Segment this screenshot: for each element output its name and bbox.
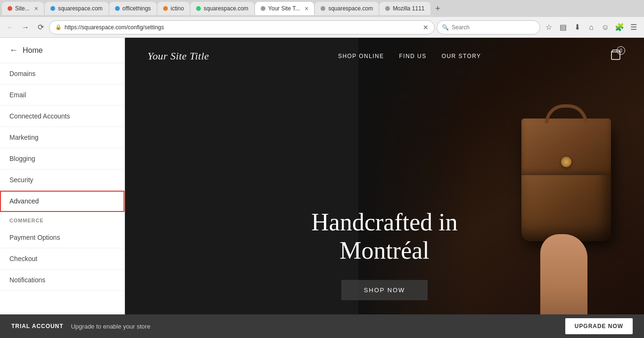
tab-label-6: Your Site T... <box>268 5 300 12</box>
tab-favicon-6 <box>261 6 265 11</box>
hero-content: Handcrafted in Montréal SHOP NOW <box>290 208 479 300</box>
extensions-icon[interactable]: 🧩 <box>613 21 626 34</box>
site-nav-links: SHOP ONLINE FIND US OUR STORY <box>338 53 481 59</box>
nav-link-shop[interactable]: SHOP ONLINE <box>338 53 384 59</box>
hero-cta-button[interactable]: SHOP NOW <box>341 280 428 300</box>
lock-icon: 🔒 <box>55 24 62 30</box>
tab-favicon-8 <box>385 6 390 11</box>
browser-tab-4[interactable]: ictino <box>157 2 190 15</box>
back-button[interactable]: ← <box>4 21 17 34</box>
tab-favicon-3 <box>115 6 120 11</box>
sidebar-item-marketing[interactable]: Marketing <box>0 127 124 148</box>
address-bar[interactable]: 🔒 https://squarespace.com/config/setting… <box>49 20 435 34</box>
menu-icon[interactable]: ☰ <box>627 21 640 34</box>
back-arrow-icon: ← <box>9 45 18 55</box>
search-icon: 🔍 <box>442 24 449 31</box>
pocket-icon[interactable]: ⬇ <box>570 21 584 34</box>
main-area: ← Home Domains Email Connected Accounts … <box>0 38 644 338</box>
browser-tab-3[interactable]: officethings <box>109 2 157 15</box>
trial-description: Upgrade to enable your store <box>71 323 565 330</box>
browser-tab-6[interactable]: Your Site T... × <box>255 2 314 15</box>
emoji-icon[interactable]: ☺ <box>599 21 612 34</box>
nav-icons: ☆ ▤ ⬇ ⌂ ☺ 🧩 ☰ <box>542 21 640 34</box>
tab-favicon-5 <box>196 6 201 11</box>
sidebar-item-blogging[interactable]: Blogging <box>0 148 124 169</box>
tab-label-5: squarespace.com <box>204 5 248 12</box>
sidebar-item-payment-options[interactable]: Payment Options <box>0 227 124 248</box>
search-input[interactable] <box>452 24 535 31</box>
tab-favicon-7 <box>321 6 325 11</box>
new-tab-button[interactable]: + <box>431 2 445 15</box>
sidebar-item-checkout[interactable]: Checkout <box>0 248 124 270</box>
reader-icon[interactable]: ▤ <box>556 21 570 34</box>
home-icon[interactable]: ⌂ <box>585 21 598 34</box>
browser-chrome: Site... × squarespace.com officethings i… <box>0 0 644 38</box>
nav-link-find[interactable]: FIND US <box>399 53 427 59</box>
reload-button[interactable]: ⟳ <box>34 21 47 34</box>
site-background: Your Site Title SHOP ONLINE FIND US OUR … <box>125 38 644 338</box>
trial-label: TRIAL ACCOUNT <box>11 323 63 330</box>
sidebar: ← Home Domains Email Connected Accounts … <box>0 38 125 338</box>
bottom-bar: TRIAL ACCOUNT Upgrade to enable your sto… <box>0 314 644 338</box>
address-reload[interactable]: ✕ <box>423 24 429 31</box>
browser-tab-2[interactable]: squarespace.com <box>45 2 108 15</box>
browser-tab-8[interactable]: Mozilla 1111 <box>380 2 430 15</box>
address-value: squarespace.com/config/settings <box>82 24 164 31</box>
sidebar-item-security[interactable]: Security <box>0 169 124 191</box>
tab-close-1[interactable]: × <box>34 5 38 12</box>
site-logo: Your Site Title <box>148 50 209 62</box>
cart-count: 0 <box>617 46 625 55</box>
nav-bar: ← → ⟳ 🔒 https://squarespace.com/config/s… <box>0 17 644 38</box>
tab-favicon-1 <box>8 6 12 11</box>
upgrade-now-button[interactable]: UPGRADE NOW <box>565 318 633 334</box>
sidebar-section-commerce: COMMERCE <box>0 212 124 227</box>
sidebar-header[interactable]: ← Home <box>0 38 124 63</box>
sidebar-item-advanced[interactable]: Advanced <box>0 191 124 212</box>
tab-favicon-4 <box>163 6 168 11</box>
sidebar-item-email[interactable]: Email <box>0 84 124 106</box>
site-nav: Your Site Title SHOP ONLINE FIND US OUR … <box>125 38 644 74</box>
address-prefix: https:// <box>65 24 82 31</box>
tab-label-1: Site... <box>15 5 30 12</box>
sidebar-home-label: Home <box>23 46 43 55</box>
sidebar-item-domains[interactable]: Domains <box>0 63 124 84</box>
tab-label-3: officethings <box>123 5 151 12</box>
site-preview: Your Site Title SHOP ONLINE FIND US OUR … <box>125 38 644 338</box>
bookmark-icon[interactable]: ☆ <box>542 21 555 34</box>
hero-title: Handcrafted in Montréal <box>290 208 479 265</box>
sidebar-item-connected-accounts[interactable]: Connected Accounts <box>0 106 124 127</box>
tab-bar: Site... × squarespace.com officethings i… <box>0 0 644 17</box>
browser-tab-5[interactable]: squarespace.com <box>190 2 254 15</box>
search-bar[interactable]: 🔍 <box>437 20 540 34</box>
preview-area: Your Site Title SHOP ONLINE FIND US OUR … <box>125 38 644 338</box>
browser-tab-7[interactable]: squarespace.com <box>315 2 379 15</box>
tab-label-8: Mozilla 1111 <box>393 5 424 12</box>
address-text: https://squarespace.com/config/settings <box>65 24 420 31</box>
tab-favicon-2 <box>50 6 55 11</box>
tab-close-6[interactable]: × <box>305 5 308 12</box>
browser-tab-1[interactable]: Site... × <box>2 2 44 15</box>
site-cart-icon[interactable]: 0 <box>610 49 621 63</box>
tab-label-7: squarespace.com <box>328 5 373 12</box>
tab-label-4: ictino <box>171 5 184 12</box>
sidebar-item-notifications[interactable]: Notifications <box>0 270 124 291</box>
nav-link-story[interactable]: OUR STORY <box>442 53 481 59</box>
forward-button[interactable]: → <box>19 21 32 34</box>
tab-label-2: squarespace.com <box>58 5 103 12</box>
